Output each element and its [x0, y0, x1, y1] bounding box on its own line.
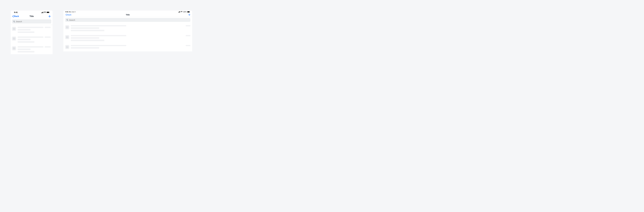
skeleton-lines [71, 35, 190, 41]
chevron-left-icon [66, 14, 67, 16]
svg-rect-1 [42, 12, 42, 13]
list-item[interactable] [65, 43, 190, 51]
thumbnail [65, 25, 69, 29]
svg-rect-3 [43, 12, 44, 13]
svg-line-8 [14, 22, 15, 22]
search-bar[interactable] [65, 18, 190, 22]
svg-rect-26 [66, 36, 68, 38]
search-input[interactable] [16, 20, 50, 23]
back-label: Back [67, 14, 71, 16]
nav-bar: Back Title [63, 12, 192, 17]
thumbnail [12, 46, 16, 50]
svg-rect-5 [47, 12, 49, 13]
search-container [11, 18, 52, 25]
svg-rect-9 [13, 28, 15, 30]
svg-rect-21 [190, 11, 190, 12]
thumbnail [12, 27, 16, 31]
status-indicators [41, 11, 50, 13]
status-indicators: 100% [178, 11, 190, 12]
svg-point-12 [14, 38, 14, 38]
thumbnail [65, 45, 69, 49]
list-item[interactable] [12, 35, 51, 44]
image-placeholder-icon [66, 26, 68, 28]
nav-bar: Back Title [11, 14, 52, 18]
svg-rect-16 [179, 12, 179, 12]
svg-point-25 [67, 27, 67, 27]
svg-rect-6 [50, 12, 50, 12]
add-button[interactable] [48, 15, 51, 17]
page-title: Title [126, 14, 130, 16]
status-date: Mon Jun 3 [69, 11, 75, 12]
svg-rect-20 [188, 11, 190, 12]
battery-percent: 100% [183, 11, 187, 12]
image-placeholder-icon [66, 36, 68, 38]
status-bar: 9:41 [11, 10, 52, 14]
status-time: 9:41 [66, 11, 68, 12]
svg-rect-2 [42, 12, 43, 13]
svg-rect-28 [66, 46, 68, 48]
skeleton-lines [71, 25, 190, 31]
status-bar: 9:41 Mon Jun 3 100% [63, 10, 192, 12]
skeleton-lines [18, 46, 51, 52]
image-placeholder-icon [66, 46, 68, 48]
phone-frame: 9:41 Back Title [11, 10, 52, 54]
back-button[interactable]: Back [12, 15, 19, 17]
svg-rect-15 [178, 12, 179, 12]
image-placeholder-icon [13, 47, 15, 49]
back-label: Back [14, 15, 19, 17]
skeleton-lines [18, 36, 51, 43]
list-item[interactable] [65, 24, 190, 33]
search-icon [13, 20, 15, 22]
search-bar[interactable] [12, 19, 51, 23]
tablet-frame: 9:41 Mon Jun 3 100% Back Title [63, 10, 192, 51]
skeleton-lines [18, 27, 51, 33]
search-icon [66, 19, 68, 21]
svg-rect-18 [180, 11, 180, 12]
status-time: 9:41 [14, 11, 18, 13]
battery-icon [187, 11, 190, 12]
svg-point-27 [67, 37, 67, 37]
chevron-left-icon [12, 15, 14, 17]
list [11, 25, 52, 54]
list-item[interactable] [65, 33, 190, 43]
thumbnail [65, 35, 69, 39]
skeleton-lines [71, 45, 190, 49]
list-item[interactable] [12, 44, 51, 54]
page-title: Title [30, 15, 34, 17]
svg-rect-13 [13, 47, 15, 49]
image-placeholder-icon [13, 37, 15, 40]
back-button[interactable]: Back [66, 14, 71, 16]
svg-line-23 [68, 20, 68, 20]
svg-rect-17 [179, 11, 180, 12]
signal-icon [178, 11, 180, 12]
battery-icon [46, 11, 50, 13]
search-input[interactable] [69, 19, 189, 21]
plus-icon [188, 14, 190, 16]
plus-icon [48, 15, 51, 17]
thumbnail [12, 36, 16, 41]
search-container [63, 17, 192, 23]
svg-point-29 [67, 46, 67, 47]
svg-rect-24 [66, 26, 68, 28]
svg-rect-11 [13, 38, 15, 39]
wifi-icon [181, 11, 182, 12]
svg-rect-0 [41, 12, 42, 13]
list [63, 23, 192, 51]
image-placeholder-icon [13, 28, 15, 30]
svg-point-14 [14, 48, 14, 48]
svg-point-10 [14, 28, 14, 29]
list-item[interactable] [12, 25, 51, 35]
add-button[interactable] [188, 14, 190, 16]
wifi-icon [44, 12, 46, 13]
signal-icon [41, 12, 44, 13]
